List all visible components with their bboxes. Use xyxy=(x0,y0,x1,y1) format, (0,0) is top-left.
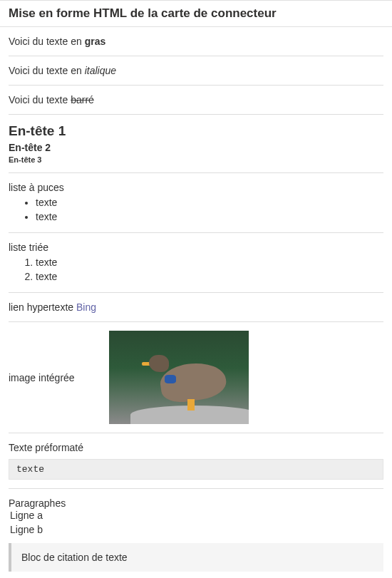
card-title: Mise en forme HTML de la carte de connec… xyxy=(0,0,392,27)
bullet-title: liste à puces xyxy=(9,182,383,193)
image-label: image intégrée xyxy=(9,372,75,383)
ordered-section: liste triée texte texte xyxy=(9,233,383,293)
list-item: texte xyxy=(36,270,383,284)
strike-word: barré xyxy=(71,94,94,105)
paragraph-line: Ligne b xyxy=(10,523,383,537)
list-item: texte xyxy=(36,196,383,210)
ordered-title: liste triée xyxy=(9,242,383,253)
bullet-list: texte texte xyxy=(9,196,383,224)
paragraphs-title: Paragraphes xyxy=(9,497,383,509)
code-block: texte xyxy=(9,459,383,480)
inline-image xyxy=(109,331,249,424)
list-item: texte xyxy=(36,256,383,270)
blockquote: Bloc de citation de texte xyxy=(9,543,383,572)
heading-2: En-tête 2 xyxy=(9,142,383,153)
strike-section: Voici du texte barré xyxy=(9,86,383,115)
heading-3: En-tête 3 xyxy=(9,155,383,164)
bold-word: gras xyxy=(85,36,106,47)
heading-1: En-tête 1 xyxy=(9,123,383,139)
hyperlink-section: lien hypertexte Bing xyxy=(9,293,383,322)
text-prefix: Voici du texte en xyxy=(9,36,85,47)
bold-section: Voici du texte en gras xyxy=(9,27,383,56)
text-prefix: Voici du texte xyxy=(9,94,71,105)
italic-section: Voici du texte en italique xyxy=(9,56,383,86)
italic-word: italique xyxy=(85,65,116,76)
list-item: texte xyxy=(36,210,383,225)
paragraphs-section: Paragraphes Ligne a Ligne b Bloc de cita… xyxy=(9,489,383,578)
text-prefix: Voici du texte en xyxy=(9,65,85,76)
image-section: image intégrée xyxy=(9,322,383,433)
headers-section: En-tête 1 En-tête 2 En-tête 3 xyxy=(9,115,383,173)
text-prefix: lien hypertexte xyxy=(9,301,76,313)
preformatted-title: Texte préformaté xyxy=(9,442,383,453)
ordered-list: texte texte xyxy=(9,256,383,284)
hyperlink[interactable]: Bing xyxy=(76,301,96,313)
preformatted-section: Texte préformaté texte xyxy=(9,433,383,489)
bullet-section: liste à puces texte texte xyxy=(9,173,383,233)
paragraph-line: Ligne a xyxy=(10,509,383,523)
card-content: Voici du texte en gras Voici du texte en… xyxy=(0,27,392,578)
